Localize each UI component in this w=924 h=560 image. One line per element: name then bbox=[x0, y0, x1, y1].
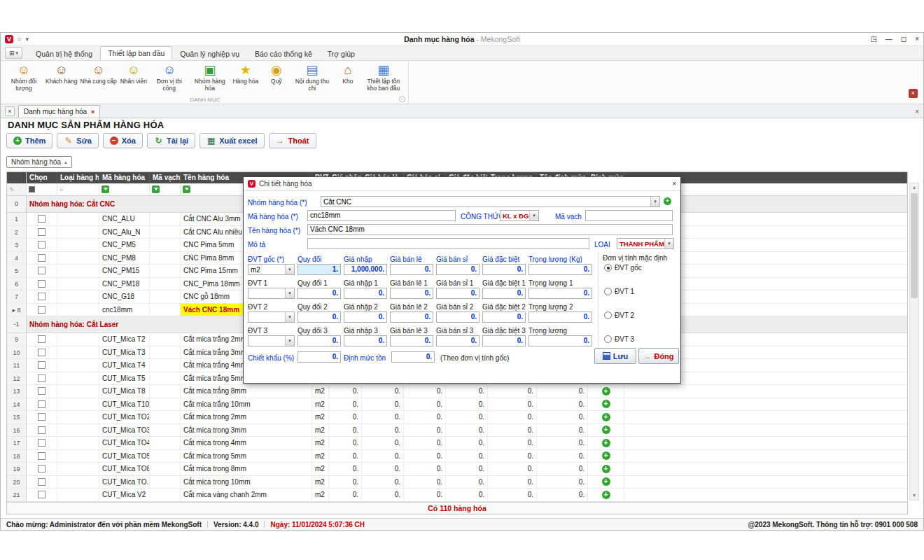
select-cell[interactable] bbox=[27, 359, 57, 372]
ribbon-item-button[interactable]: ☺Nhân viên bbox=[118, 62, 149, 86]
unit-value-input[interactable]: 0. bbox=[344, 335, 387, 346]
select-cell[interactable] bbox=[27, 278, 57, 291]
unit-combobox[interactable]: ▾ bbox=[248, 312, 295, 323]
ribbon-tab[interactable]: Quản trị hệ thống bbox=[28, 46, 100, 60]
add-dinh-muc-icon[interactable]: + bbox=[602, 491, 610, 499]
table-row[interactable]: 21CUT_Mica V2Cắt mica vàng chanh 2mmm20.… bbox=[7, 489, 907, 502]
name-input[interactable]: Vách CNC 18mm bbox=[307, 224, 673, 235]
unit-value-input[interactable]: 0. bbox=[528, 312, 592, 323]
row-checkbox[interactable] bbox=[38, 361, 46, 369]
unit-value-input[interactable]: 0. bbox=[298, 335, 341, 346]
unit-value-input[interactable]: 0. bbox=[482, 288, 526, 299]
row-checkbox[interactable] bbox=[38, 241, 46, 248]
default-unit-option[interactable]: ĐVT 1 bbox=[604, 288, 634, 295]
row-checkbox[interactable] bbox=[38, 387, 46, 395]
table-row[interactable]: 14CUT_Mica T10Cắt mica trắng 10mmm20.0.0… bbox=[7, 398, 907, 412]
table-row[interactable]: 13CUT_Mica T8Cắt mica trắng 8mmm20.0.0.0… bbox=[7, 385, 907, 398]
chevron-down-icon[interactable]: ▾ bbox=[650, 197, 659, 206]
radio-icon[interactable] bbox=[604, 312, 612, 319]
default-unit-option[interactable]: ĐVT gốc bbox=[604, 264, 642, 272]
dinh-muc-cell[interactable]: + bbox=[588, 489, 624, 502]
table-row[interactable]: 19CUT_Mica TO8Cắt mica trong 8mmm20.0.0.… bbox=[7, 463, 907, 476]
tabbar-close-icon[interactable]: × bbox=[915, 108, 919, 115]
select-cell[interactable] bbox=[27, 304, 57, 317]
ribbon-item-button[interactable]: ▣Nhóm hàng hóa bbox=[190, 62, 230, 92]
dropdown-icon[interactable]: ▾ bbox=[25, 35, 29, 43]
unit-value-input[interactable]: 1. bbox=[298, 264, 341, 275]
chevron-down-icon[interactable]: ▾ bbox=[285, 265, 294, 274]
code-input[interactable]: cnc18mm bbox=[307, 210, 456, 221]
ribbon-item-button[interactable]: ☺Nhà cung cấp bbox=[78, 62, 118, 86]
ribbon-item-button[interactable]: ▦Thiết lập tồn kho ban đầu bbox=[363, 62, 404, 92]
type-combobox[interactable]: THÀNH PHẨM ▾ bbox=[617, 238, 674, 249]
dinh-muc-cell[interactable]: + bbox=[588, 385, 624, 398]
row-checkbox[interactable] bbox=[38, 452, 46, 460]
unit-value-input[interactable]: 0. bbox=[436, 288, 479, 299]
select-cell[interactable] bbox=[27, 226, 57, 239]
close-icon[interactable]: × bbox=[915, 35, 919, 43]
unit-value-input[interactable]: 0. bbox=[528, 335, 592, 346]
unit-value-input[interactable]: 0. bbox=[390, 288, 433, 299]
edit-button[interactable]: ✎Sửa bbox=[57, 133, 98, 148]
default-unit-option[interactable]: ĐVT 3 bbox=[604, 335, 634, 343]
unit-value-input[interactable]: 0. bbox=[528, 264, 592, 275]
unit-value-input[interactable]: 0. bbox=[482, 312, 526, 323]
group-dialog-launcher-icon[interactable]: ◦ bbox=[399, 96, 405, 102]
add-dinh-muc-icon[interactable]: + bbox=[602, 465, 610, 473]
ribbon-item-button[interactable]: ⌂Kho bbox=[332, 62, 363, 86]
select-cell[interactable] bbox=[27, 489, 57, 502]
fullscreen-icon[interactable]: ◳ bbox=[870, 35, 876, 43]
add-dinh-muc-icon[interactable]: + bbox=[602, 451, 610, 460]
table-row[interactable]: 15CUT_Mica TO2Cắt mica trong 2mmm20.0.0.… bbox=[7, 411, 907, 424]
row-checkbox[interactable] bbox=[38, 228, 46, 236]
dinh-muc-cell[interactable]: + bbox=[588, 437, 624, 450]
ribbon-close-icon[interactable]: × bbox=[909, 89, 918, 98]
add-group-icon[interactable]: + bbox=[664, 197, 671, 205]
filter-cell[interactable] bbox=[99, 183, 150, 196]
row-checkbox[interactable] bbox=[38, 280, 46, 288]
vertical-scrollbar[interactable]: ▲ ▼ bbox=[909, 183, 919, 500]
column-header[interactable]: Chọn bbox=[27, 172, 57, 183]
unit-value-input[interactable]: 0. bbox=[344, 288, 387, 299]
unit-combobox[interactable]: ▾ bbox=[248, 288, 295, 299]
select-cell[interactable] bbox=[27, 213, 57, 226]
unit-value-input[interactable]: 0. bbox=[528, 288, 592, 299]
row-checkbox[interactable] bbox=[38, 465, 46, 472]
chevron-down-icon[interactable]: ▾ bbox=[285, 288, 294, 298]
chevron-down-icon[interactable]: ▾ bbox=[285, 336, 294, 346]
select-cell[interactable] bbox=[27, 239, 57, 252]
unit-value-input[interactable]: 1,000,000. bbox=[344, 264, 387, 275]
add-dinh-muc-icon[interactable]: + bbox=[602, 477, 610, 486]
ribbon-item-button[interactable]: ☺Khách hàng bbox=[44, 62, 78, 86]
ribbon-tab[interactable]: Quản lý nghiệp vụ bbox=[172, 46, 247, 60]
row-checkbox[interactable] bbox=[38, 439, 46, 447]
row-checkbox[interactable] bbox=[38, 491, 46, 498]
row-checkbox[interactable] bbox=[38, 374, 46, 382]
dinh-muc-cell[interactable]: + bbox=[588, 398, 624, 412]
unit-value-input[interactable]: 0. bbox=[344, 312, 387, 323]
minimize-icon[interactable]: — bbox=[886, 35, 892, 43]
table-row[interactable]: 17CUT_Mica TO4Cắt mica trong 4mmm20.0.0.… bbox=[7, 437, 907, 450]
dinh-muc-cell[interactable]: + bbox=[588, 450, 624, 463]
unit-value-input[interactable]: 0. bbox=[390, 264, 433, 275]
table-row[interactable]: 16CUT_Mica TO3Cắt mica trong 3mmm20.0.0.… bbox=[7, 424, 907, 438]
ribbon-item-button[interactable]: ★Hàng hóa bbox=[230, 62, 261, 86]
dinh-muc-cell[interactable]: + bbox=[588, 424, 624, 438]
ribbon-tab[interactable]: Thiết lập ban đầu bbox=[100, 46, 172, 60]
ribbon-tab[interactable]: Trợ giúp bbox=[320, 46, 363, 60]
barcode-input[interactable] bbox=[585, 210, 673, 221]
add-dinh-muc-icon[interactable]: + bbox=[602, 439, 610, 447]
ribbon-item-button[interactable]: ☺Nhóm đối tượng bbox=[4, 62, 44, 92]
exit-button[interactable]: →Thoát bbox=[269, 133, 316, 148]
select-cell[interactable] bbox=[27, 346, 57, 360]
row-checkbox[interactable] bbox=[38, 335, 46, 343]
table-row[interactable]: 18CUT_Mica TO5Cắt mica trong 5mmm20.0.0.… bbox=[7, 450, 907, 463]
row-checkbox[interactable] bbox=[38, 413, 46, 421]
delete-button[interactable]: −Xóa bbox=[103, 133, 143, 148]
unit-value-input[interactable]: 0. bbox=[482, 335, 526, 346]
group-by-chip[interactable]: Nhóm hàng hóa ▴ bbox=[6, 156, 72, 168]
unit-combobox[interactable]: m2▾ bbox=[248, 264, 295, 275]
restore-icon[interactable]: ◻ bbox=[901, 35, 906, 43]
unit-value-input[interactable]: 0. bbox=[436, 312, 479, 323]
filter-cell[interactable]: ✎ bbox=[7, 183, 27, 196]
